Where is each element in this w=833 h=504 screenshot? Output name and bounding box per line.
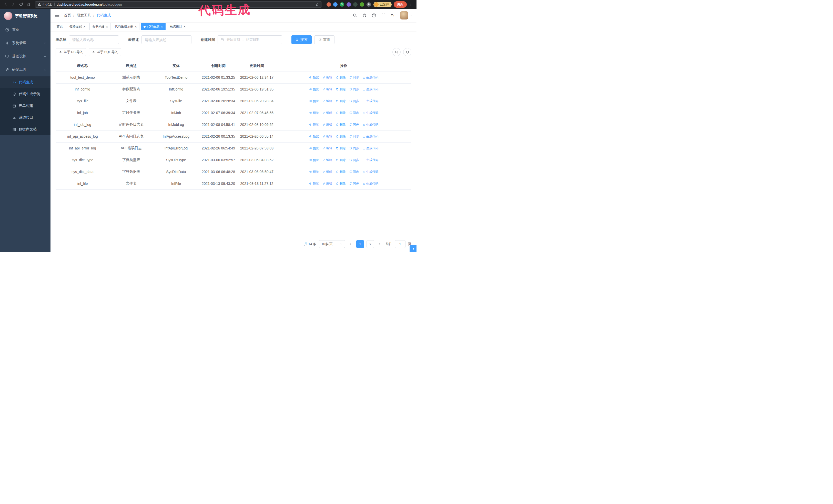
extension-icon[interactable] [353, 2, 358, 7]
sync-link[interactable]: 同步 [349, 158, 359, 162]
delete-link[interactable]: 删除 [336, 134, 346, 139]
tag-item[interactable]: 表单构建 × [90, 23, 111, 30]
sidebar-toggle-icon[interactable] [54, 13, 60, 18]
next-page-button[interactable] [377, 240, 383, 248]
fullscreen-icon[interactable] [381, 13, 386, 18]
sidebar-subitem-system-api[interactable]: 系统接口 [0, 112, 50, 124]
preview-link[interactable]: 预览 [309, 99, 319, 103]
sidebar-subitem-db-doc[interactable]: 数据库文档 [0, 124, 50, 135]
edit-link[interactable]: 编辑 [323, 99, 332, 103]
import-sql-button[interactable]: 基于 SQL 导入 [89, 48, 121, 56]
browser-home-button[interactable] [25, 1, 32, 8]
browser-forward-button[interactable] [10, 1, 17, 8]
generate-code-link[interactable]: 生成代码 [362, 182, 379, 186]
page-button-2[interactable]: 2 [366, 240, 374, 248]
edit-link[interactable]: 编辑 [323, 170, 332, 174]
font-size-icon[interactable]: TT [390, 13, 395, 18]
sidebar-item-devtools[interactable]: 研发工具 [0, 63, 50, 76]
page-button-1[interactable]: 1 [356, 240, 364, 248]
back-to-top-button[interactable] [410, 245, 416, 252]
sidebar-subitem-codegen[interactable]: 代码生成 [0, 76, 50, 88]
preview-link[interactable]: 预览 [309, 75, 319, 80]
tag-item[interactable]: 代码生成示例 × [112, 23, 139, 30]
edit-link[interactable]: 编辑 [323, 111, 332, 115]
sidebar-subitem-form-builder[interactable]: 表单构建 [0, 100, 50, 112]
preview-link[interactable]: 预览 [309, 158, 319, 162]
delete-link[interactable]: 删除 [336, 182, 346, 186]
delete-link[interactable]: 删除 [336, 87, 346, 92]
tag-item[interactable]: 首页 [54, 23, 65, 30]
preview-link[interactable]: 预览 [309, 123, 319, 127]
preview-link[interactable]: 预览 [309, 146, 319, 150]
tag-close-icon[interactable]: × [106, 25, 108, 28]
extension-icon[interactable] [347, 2, 351, 7]
extension-icon[interactable] [333, 2, 337, 7]
generate-code-link[interactable]: 生成代码 [362, 87, 379, 92]
sync-link[interactable]: 同步 [349, 134, 359, 139]
table-desc-input[interactable] [142, 35, 191, 44]
generate-code-link[interactable]: 生成代码 [362, 170, 379, 174]
help-icon[interactable] [372, 13, 376, 18]
edit-link[interactable]: 编辑 [323, 75, 332, 80]
extension-icon[interactable] [327, 2, 331, 7]
sidebar-subitem-codegen-demo[interactable]: 代码生成示例 [0, 88, 50, 100]
extension-icon[interactable] [360, 2, 364, 7]
edit-link[interactable]: 编辑 [323, 146, 332, 150]
sidebar-logo[interactable]: 芋道管理系统 [0, 9, 50, 23]
sync-link[interactable]: 同步 [349, 87, 359, 92]
search-icon[interactable] [353, 13, 357, 18]
search-button[interactable]: 搜索 [291, 35, 312, 44]
user-menu[interactable] [400, 11, 412, 20]
preview-link[interactable]: 预览 [309, 111, 319, 115]
sync-link[interactable]: 同步 [349, 123, 359, 127]
delete-link[interactable]: 删除 [336, 158, 346, 162]
preview-link[interactable]: 预览 [309, 182, 319, 186]
tag-item[interactable]: 链路追踪 × [67, 23, 88, 30]
security-chip[interactable]: 不安全 [38, 2, 52, 7]
toggle-search-button[interactable] [392, 48, 401, 56]
preview-link[interactable]: 预览 [309, 170, 319, 174]
tag-close-icon[interactable]: × [83, 25, 85, 28]
page-size-select[interactable]: 10条/页 [319, 240, 345, 248]
bookmark-star-icon[interactable] [315, 3, 319, 6]
table-name-input[interactable] [69, 35, 119, 44]
sidebar-item-system[interactable]: 系统管理 [0, 37, 50, 50]
edit-link[interactable]: 编辑 [323, 123, 332, 127]
puzzle-extensions-icon[interactable] [366, 2, 371, 7]
date-range-picker[interactable]: 开始日期 - 结束日期 [218, 35, 282, 44]
delete-link[interactable]: 删除 [336, 146, 346, 150]
profile-paused-chip[interactable]: 已暂停 [374, 2, 391, 7]
delete-link[interactable]: 删除 [336, 75, 346, 80]
import-db-button[interactable]: 基于 DB 导入 [56, 48, 86, 56]
tag-close-icon[interactable]: × [135, 25, 137, 28]
generate-code-link[interactable]: 生成代码 [362, 75, 379, 80]
delete-link[interactable]: 删除 [336, 170, 346, 174]
sync-link[interactable]: 同步 [349, 99, 359, 103]
generate-code-link[interactable]: 生成代码 [362, 134, 379, 139]
generate-code-link[interactable]: 生成代码 [362, 146, 379, 150]
extension-icon[interactable]: V [340, 2, 344, 7]
sync-link[interactable]: 同步 [349, 111, 359, 115]
sync-link[interactable]: 同步 [349, 146, 359, 150]
tag-item[interactable]: 代码生成 × [141, 23, 166, 30]
goto-page-input[interactable] [395, 240, 405, 248]
sync-link[interactable]: 同步 [349, 75, 359, 80]
github-icon[interactable] [362, 13, 367, 18]
edit-link[interactable]: 编辑 [323, 158, 332, 162]
breadcrumb-item[interactable]: 研发工具 [77, 13, 91, 18]
sync-link[interactable]: 同步 [349, 170, 359, 174]
browser-menu-icon[interactable] [407, 1, 414, 8]
delete-link[interactable]: 删除 [336, 99, 346, 103]
refresh-table-button[interactable] [403, 48, 411, 56]
reset-button[interactable]: 重置 [314, 35, 334, 44]
edit-link[interactable]: 编辑 [323, 87, 332, 92]
breadcrumb-item[interactable]: 首页 [64, 13, 71, 18]
browser-update-button[interactable]: 更新 [394, 1, 407, 8]
browser-back-button[interactable] [2, 1, 9, 8]
address-bar[interactable]: 不安全 dashboard.yudao.iocoder.cn/tool/code… [35, 1, 322, 8]
edit-link[interactable]: 编辑 [323, 134, 332, 139]
tag-item[interactable]: 系统接口 × [167, 23, 188, 30]
generate-code-link[interactable]: 生成代码 [362, 158, 379, 162]
tag-close-icon[interactable]: × [161, 25, 163, 28]
preview-link[interactable]: 预览 [309, 134, 319, 139]
